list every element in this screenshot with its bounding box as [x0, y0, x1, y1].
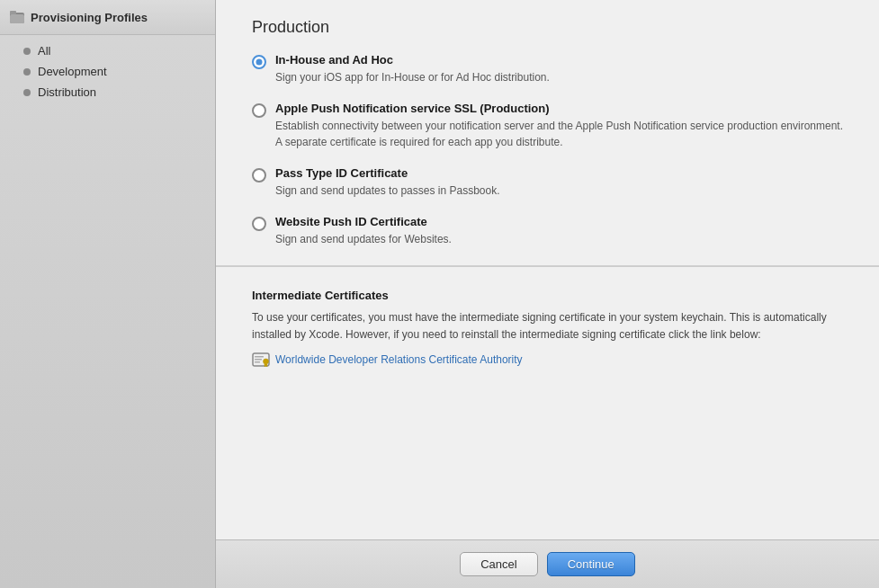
cancel-button[interactable]: Cancel [460, 552, 537, 576]
continue-button[interactable]: Continue [547, 552, 635, 576]
intermediate-desc: To use your certificates, you must have … [252, 309, 843, 343]
radio-apns-ssl[interactable] [252, 103, 266, 118]
sidebar-item-all-label: All [38, 44, 50, 58]
svg-rect-4 [255, 356, 264, 358]
option-inhouse-adhoc-title: In-House and Ad Hoc [275, 53, 843, 67]
option-passtype-desc: Sign and send updates to passes in Passb… [275, 183, 843, 199]
sidebar-title: Provisioning Profiles [31, 11, 148, 24]
production-title: Production [252, 18, 843, 37]
svg-rect-2 [10, 11, 16, 14]
option-website-push[interactable]: Website Push ID Certificate Sign and sen… [252, 215, 843, 247]
sidebar: Provisioning Profiles All Development Di… [0, 0, 216, 588]
option-apns-ssl-title: Apple Push Notification service SSL (Pro… [275, 102, 843, 115]
intermediate-link[interactable]: Worldwide Developer Relations Certificat… [275, 353, 523, 366]
main-content: Production In-House and Ad Hoc Sign your… [216, 0, 879, 588]
content-area: Production In-House and Ad Hoc Sign your… [216, 0, 879, 539]
sidebar-item-all[interactable]: All [0, 40, 215, 61]
sidebar-item-development[interactable]: Development [0, 61, 215, 82]
option-passtype-content: Pass Type ID Certificate Sign and send u… [275, 166, 843, 199]
sidebar-item-distribution[interactable]: Distribution [0, 82, 215, 102]
radio-passtype[interactable] [252, 168, 266, 183]
option-inhouse-adhoc[interactable]: In-House and Ad Hoc Sign your iOS app fo… [252, 53, 843, 85]
option-passtype[interactable]: Pass Type ID Certificate Sign and send u… [252, 166, 843, 199]
option-inhouse-adhoc-content: In-House and Ad Hoc Sign your iOS app fo… [275, 53, 843, 85]
sidebar-header: Provisioning Profiles [0, 0, 215, 35]
option-website-push-desc: Sign and send updates for Websites. [275, 231, 843, 247]
option-inhouse-adhoc-desc: Sign your iOS app for In-House or for Ad… [275, 69, 843, 85]
sidebar-dot-distribution [23, 89, 31, 96]
intermediate-section: Intermediate Certificates To use your ce… [216, 267, 879, 388]
sidebar-item-development-label: Development [38, 65, 107, 78]
sidebar-dot-all [23, 48, 31, 55]
svg-rect-1 [10, 14, 24, 23]
option-apns-ssl[interactable]: Apple Push Notification service SSL (Pro… [252, 102, 843, 150]
sidebar-nav: All Development Distribution [0, 35, 215, 108]
svg-rect-5 [255, 359, 262, 361]
radio-inhouse-adhoc[interactable] [252, 55, 266, 69]
sidebar-dot-development [23, 68, 31, 76]
sidebar-item-distribution-label: Distribution [38, 85, 96, 99]
svg-rect-6 [255, 361, 260, 363]
option-apns-ssl-content: Apple Push Notification service SSL (Pro… [275, 102, 843, 150]
intermediate-link-row: Worldwide Developer Relations Certificat… [252, 352, 843, 367]
option-passtype-title: Pass Type ID Certificate [275, 166, 843, 180]
svg-point-7 [264, 359, 269, 364]
intermediate-title: Intermediate Certificates [252, 289, 843, 302]
production-section: Production In-House and Ad Hoc Sign your… [216, 0, 879, 266]
footer: Cancel Continue [216, 539, 879, 588]
radio-website-push[interactable] [252, 217, 266, 231]
option-website-push-content: Website Push ID Certificate Sign and sen… [275, 215, 843, 247]
option-apns-ssl-desc: Establish connectivity between your noti… [275, 118, 843, 150]
folder-icon [9, 9, 25, 25]
option-website-push-title: Website Push ID Certificate [275, 215, 843, 228]
certificate-icon [252, 352, 270, 367]
